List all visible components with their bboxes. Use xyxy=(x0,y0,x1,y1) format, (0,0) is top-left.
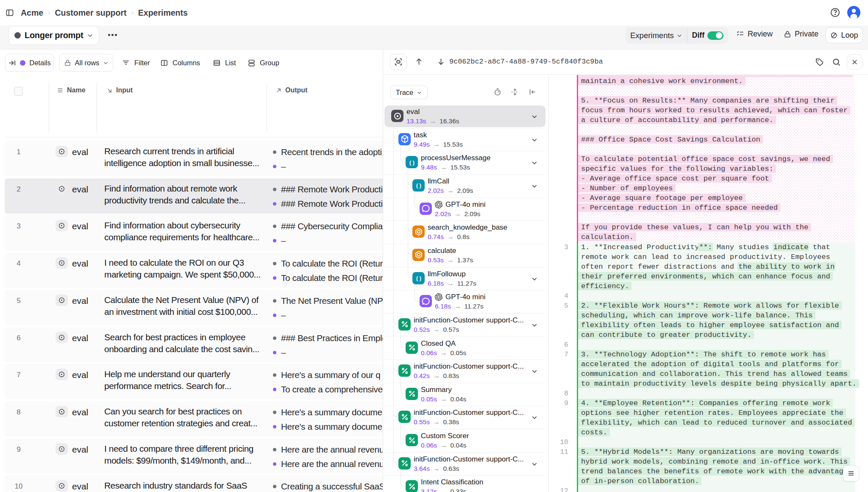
svg-text:( ): ( ) xyxy=(416,183,421,189)
svg-text:( ): ( ) xyxy=(409,159,415,165)
svg-text:( ): ( ) xyxy=(416,275,421,281)
